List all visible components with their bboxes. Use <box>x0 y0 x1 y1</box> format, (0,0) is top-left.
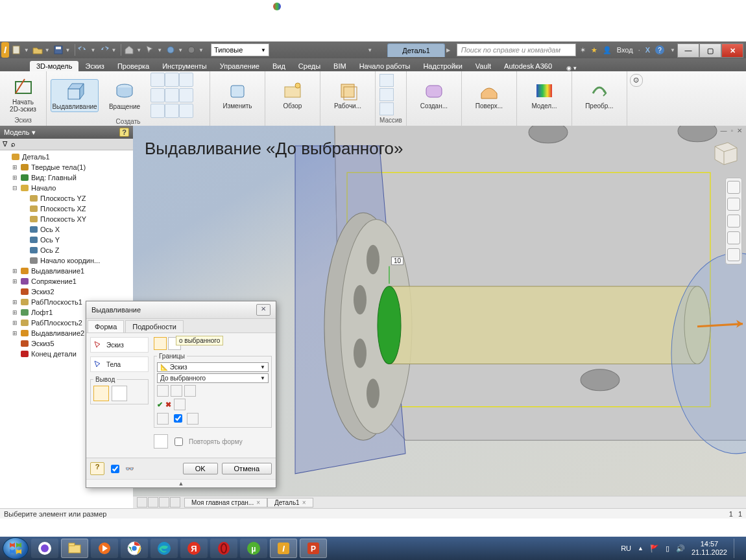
tray-volume-icon[interactable]: 🔊 <box>676 544 685 553</box>
cancel-icon[interactable]: ✖ <box>165 401 171 409</box>
ribbon-tab-manage[interactable]: Управление <box>213 61 266 71</box>
apply-icon[interactable]: ✔ <box>157 401 163 409</box>
tree-item[interactable]: ⊞Выдавливание1 <box>0 266 133 276</box>
circ-pattern-icon[interactable] <box>379 88 394 101</box>
ribbon-tab-vault[interactable]: Vault <box>469 61 498 71</box>
work-features-button[interactable]: Рабочи... <box>324 79 371 111</box>
zoom-icon[interactable] <box>727 215 740 228</box>
tree-item[interactable]: Плоскость XY <box>0 214 133 224</box>
flip-button[interactable] <box>174 399 186 410</box>
ribbon-tab-sketch[interactable]: Эскиз <box>78 61 110 71</box>
tree-item[interactable]: Плоскость XZ <box>0 204 133 214</box>
home-icon[interactable] <box>124 45 134 55</box>
orbit-icon[interactable] <box>727 231 740 244</box>
taskbar-app-yandex[interactable]: Я <box>180 539 208 558</box>
save-icon[interactable] <box>53 45 64 55</box>
revolve-button[interactable]: Вращение <box>101 80 148 111</box>
dialog-tab-more[interactable]: Подробности <box>125 320 184 332</box>
taskbar-app-utorrent[interactable]: µ <box>240 539 267 558</box>
output-surface-button[interactable] <box>112 386 127 401</box>
taskbar-app-explorer[interactable] <box>61 539 88 558</box>
redo-icon[interactable] <box>99 45 109 55</box>
minimize-button[interactable]: — <box>677 43 699 58</box>
create-mini-buttons[interactable] <box>150 73 192 118</box>
pan-icon[interactable] <box>727 198 740 211</box>
ribbon-tab-bim[interactable]: BIM <box>327 61 353 71</box>
repeat-shape-checkbox[interactable] <box>174 438 183 446</box>
vp-max-icon[interactable]: ▫ <box>730 127 733 134</box>
vp-min-icon[interactable]: — <box>720 127 727 134</box>
vp-close-icon[interactable]: ✕ <box>737 127 742 134</box>
dialog-tab-shape[interactable]: Форма <box>88 320 124 332</box>
mirror-icon[interactable] <box>379 102 394 115</box>
tray-clock[interactable]: 14:5721.11.2022 <box>692 540 727 556</box>
maximize-button[interactable]: ▢ <box>699 43 721 58</box>
tree-item[interactable]: ⊞Сопряжение1 <box>0 276 133 286</box>
taskbar-app-opera[interactable] <box>210 539 237 558</box>
tree-item[interactable]: Начало координ... <box>0 255 133 266</box>
steering-wheel-icon[interactable] <box>727 181 740 194</box>
tree-item[interactable]: ⊞Твердые тела(1) <box>0 162 133 172</box>
dir1-button[interactable] <box>157 385 169 397</box>
dialog-expand-handle[interactable]: ▲ <box>86 479 276 487</box>
freeform-create-button[interactable]: Создан... <box>411 79 457 111</box>
ribbon-tab-addins[interactable]: Надстройки <box>416 61 468 71</box>
exchange-icon[interactable]: X <box>645 46 650 54</box>
close-button[interactable]: ✕ <box>721 43 743 58</box>
viewcube[interactable] <box>708 135 741 167</box>
surface-button[interactable]: Поверх... <box>466 79 512 111</box>
help-search-input[interactable]: Поиск по справке и командам <box>457 43 576 56</box>
tree-item[interactable]: Плоскость YZ <box>0 193 133 204</box>
extent-dropdown[interactable]: До выбранного▼ <box>157 373 269 383</box>
simulate-button[interactable]: Модел... <box>521 79 568 111</box>
solids-selector[interactable]: Тела <box>90 356 149 372</box>
ribbon-tab-inspect[interactable]: Проверка <box>111 61 156 71</box>
subscription-icon[interactable]: ✶ <box>580 46 586 54</box>
tray-chevron-icon[interactable]: ▲ <box>638 545 644 552</box>
show-desktop-button[interactable] <box>734 539 740 558</box>
extrude-button[interactable]: Выдавливание <box>51 79 99 112</box>
dimension-value[interactable]: 10 <box>391 257 403 265</box>
tree-item[interactable]: ⊟Начало <box>0 183 133 193</box>
min-solution-checkbox[interactable] <box>174 414 182 423</box>
ribbon-tab-view[interactable]: Вид <box>266 61 292 71</box>
dialog-help-button[interactable]: ? <box>90 462 104 475</box>
tree-item[interactable]: Ось Z <box>0 245 133 255</box>
ribbon-tab-a360[interactable]: Autodesk A360 <box>498 61 559 71</box>
document-tab[interactable]: Деталь1 <box>387 43 445 57</box>
preview-checkbox[interactable] <box>111 465 119 473</box>
appearance-icon[interactable] <box>186 45 197 55</box>
favorite-icon[interactable]: ★ <box>591 46 597 54</box>
ribbon-tab-3dmodel[interactable]: 3D-модель <box>30 61 78 71</box>
taskbar-app-chrome[interactable] <box>121 539 148 558</box>
tree-item[interactable]: ⊞Вид: Главный <box>0 172 133 183</box>
explore-button[interactable]: Обзор <box>269 79 316 111</box>
new-solid-button[interactable] <box>154 434 168 449</box>
ribbon-overflow-icon[interactable]: ◉ ▾ <box>566 65 577 71</box>
tray-flag-icon[interactable]: 🚩 <box>650 544 659 553</box>
material-icon[interactable] <box>165 45 176 55</box>
op-join-button[interactable] <box>154 337 167 350</box>
ok-button[interactable]: OK <box>183 463 218 474</box>
taskbar-app-inventor[interactable]: I <box>270 539 297 558</box>
start-2d-sketch-button[interactable]: Начать 2D-эскиз <box>4 75 42 114</box>
tree-item[interactable]: Эскиз2 <box>0 286 133 297</box>
nav-bar[interactable] <box>725 178 742 264</box>
tray-network-icon[interactable]: ▯ <box>666 544 669 553</box>
taskbar-app-edge[interactable] <box>150 539 178 558</box>
filter-icon[interactable]: ∇ <box>3 140 7 148</box>
dialog-close-button[interactable]: ✕ <box>256 304 271 316</box>
doctab-part[interactable]: Деталь1× <box>267 498 313 508</box>
tree-item[interactable]: Деталь1 <box>0 152 133 162</box>
help-icon[interactable]: ? <box>655 45 664 54</box>
app-logo-icon[interactable]: I <box>1 42 9 58</box>
convert-button[interactable]: Преобр... <box>576 79 623 111</box>
lookat-icon[interactable] <box>727 248 740 261</box>
from-sketch-dropdown[interactable]: 📐 Эскиз▼ <box>157 362 269 372</box>
ribbon-tab-start[interactable]: Начало работы <box>353 61 417 71</box>
open-icon[interactable] <box>32 45 43 55</box>
visual-style-dropdown[interactable]: Типовые▼ <box>211 43 269 56</box>
undo-icon[interactable] <box>78 45 88 55</box>
taskbar-app-powerpoint[interactable]: P <box>300 539 327 558</box>
tree-item[interactable]: Ось Y <box>0 235 133 245</box>
